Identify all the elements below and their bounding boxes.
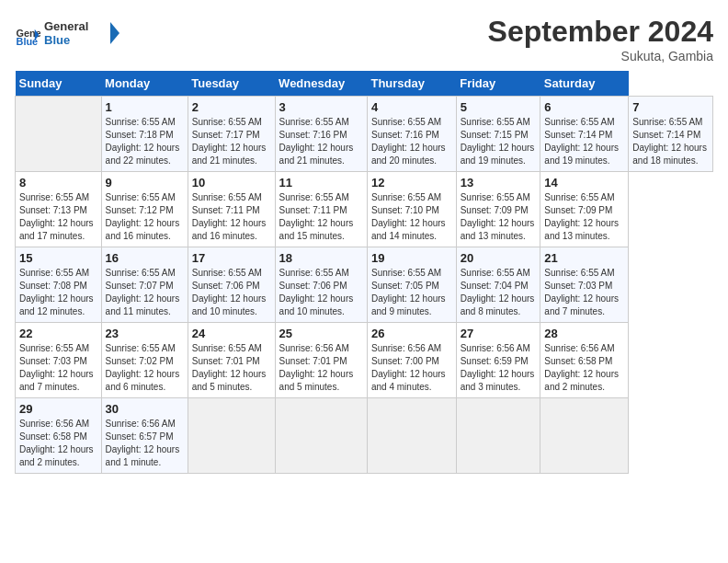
day-detail: Sunrise: 6:56 AM Sunset: 6:58 PM Dayligh… [544,342,624,394]
day-cell: 7Sunrise: 6:55 AM Sunset: 7:14 PM Daylig… [629,97,713,172]
day-cell: 18Sunrise: 6:55 AM Sunset: 7:06 PM Dayli… [275,247,367,323]
day-number: 5 [461,100,537,114]
day-detail: Sunrise: 6:55 AM Sunset: 7:02 PM Dayligh… [106,342,184,394]
col-header-saturday: Saturday [540,71,629,97]
week-row-1: 1Sunrise: 6:55 AM Sunset: 7:18 PM Daylig… [16,97,713,172]
day-number: 20 [461,251,537,265]
day-cell: 21Sunrise: 6:55 AM Sunset: 7:03 PM Dayli… [540,247,629,323]
day-number: 2 [192,100,271,114]
day-detail: Sunrise: 6:55 AM Sunset: 7:14 PM Dayligh… [632,116,709,167]
day-cell: 24Sunrise: 6:55 AM Sunset: 7:01 PM Dayli… [188,323,275,398]
day-detail: Sunrise: 6:56 AM Sunset: 6:59 PM Dayligh… [461,342,537,394]
day-cell: 6Sunrise: 6:55 AM Sunset: 7:14 PM Daylig… [540,97,629,172]
day-detail: Sunrise: 6:55 AM Sunset: 7:01 PM Dayligh… [192,342,271,394]
location: Sukuta, Gambia [488,49,713,63]
day-detail: Sunrise: 6:55 AM Sunset: 7:06 PM Dayligh… [192,267,271,318]
day-number: 28 [544,327,624,340]
header: General Blue General Blue September 2024… [15,15,713,63]
day-number: 21 [544,251,624,265]
day-cell [188,398,275,474]
col-header-friday: Friday [456,71,540,97]
day-cell: 20Sunrise: 6:55 AM Sunset: 7:04 PM Dayli… [456,247,540,323]
week-row-3: 15Sunrise: 6:55 AM Sunset: 7:08 PM Dayli… [16,247,713,323]
col-header-sunday: Sunday [16,71,102,97]
day-cell: 14Sunrise: 6:55 AM Sunset: 7:09 PM Dayli… [540,172,629,247]
svg-text:Blue: Blue [17,36,39,47]
day-cell: 11Sunrise: 6:55 AM Sunset: 7:11 PM Dayli… [275,172,367,247]
day-number: 25 [279,327,363,340]
day-detail: Sunrise: 6:55 AM Sunset: 7:06 PM Dayligh… [279,267,363,318]
day-detail: Sunrise: 6:56 AM Sunset: 6:57 PM Dayligh… [106,418,184,469]
day-cell: 10Sunrise: 6:55 AM Sunset: 7:11 PM Dayli… [188,172,275,247]
day-cell [456,398,540,474]
day-cell: 4Sunrise: 6:55 AM Sunset: 7:16 PM Daylig… [367,97,456,172]
day-number: 8 [19,176,97,190]
day-detail: Sunrise: 6:55 AM Sunset: 7:10 PM Dayligh… [371,191,452,243]
day-cell: 25Sunrise: 6:56 AM Sunset: 7:01 PM Dayli… [275,323,367,398]
day-detail: Sunrise: 6:55 AM Sunset: 7:07 PM Dayligh… [106,267,184,318]
day-detail: Sunrise: 6:55 AM Sunset: 7:11 PM Dayligh… [279,191,363,243]
day-cell [367,398,456,474]
day-number: 11 [279,176,363,190]
day-cell: 9Sunrise: 6:55 AM Sunset: 7:12 PM Daylig… [101,172,188,247]
day-cell: 23Sunrise: 6:55 AM Sunset: 7:02 PM Dayli… [101,323,188,398]
day-number: 29 [19,402,97,416]
day-number: 26 [371,327,452,340]
svg-text:Blue: Blue [44,33,70,47]
day-cell: 27Sunrise: 6:56 AM Sunset: 6:59 PM Dayli… [456,323,540,398]
day-number: 9 [106,176,184,190]
day-number: 24 [192,327,271,340]
day-detail: Sunrise: 6:55 AM Sunset: 7:03 PM Dayligh… [19,342,97,394]
day-detail: Sunrise: 6:55 AM Sunset: 7:05 PM Dayligh… [371,267,452,318]
day-number: 16 [106,251,184,265]
title-area: September 2024 Sukuta, Gambia [488,15,713,63]
day-detail: Sunrise: 6:55 AM Sunset: 7:09 PM Dayligh… [544,191,624,243]
day-number: 15 [19,251,97,265]
day-detail: Sunrise: 6:55 AM Sunset: 7:16 PM Dayligh… [371,116,452,167]
day-detail: Sunrise: 6:56 AM Sunset: 6:58 PM Dayligh… [19,418,97,469]
day-detail: Sunrise: 6:55 AM Sunset: 7:14 PM Dayligh… [544,116,624,167]
day-cell: 3Sunrise: 6:55 AM Sunset: 7:16 PM Daylig… [275,97,367,172]
day-cell: 13Sunrise: 6:55 AM Sunset: 7:09 PM Dayli… [456,172,540,247]
logo: General Blue General Blue [15,15,127,55]
logo-icon: General Blue [15,22,40,48]
calendar-table: SundayMondayTuesdayWednesdayThursdayFrid… [15,71,713,474]
day-cell: 26Sunrise: 6:56 AM Sunset: 7:00 PM Dayli… [367,323,456,398]
day-number: 23 [106,327,184,340]
day-cell [540,398,629,474]
day-detail: Sunrise: 6:55 AM Sunset: 7:13 PM Dayligh… [19,191,97,243]
day-detail: Sunrise: 6:55 AM Sunset: 7:15 PM Dayligh… [461,116,537,167]
day-number: 10 [192,176,271,190]
day-number: 13 [461,176,537,190]
day-cell: 16Sunrise: 6:55 AM Sunset: 7:07 PM Dayli… [101,247,188,323]
day-cell: 2Sunrise: 6:55 AM Sunset: 7:17 PM Daylig… [188,97,275,172]
day-cell: 1Sunrise: 6:55 AM Sunset: 7:18 PM Daylig… [101,97,188,172]
day-detail: Sunrise: 6:55 AM Sunset: 7:11 PM Dayligh… [192,191,271,243]
day-detail: Sunrise: 6:55 AM Sunset: 7:08 PM Dayligh… [19,267,97,318]
day-cell [16,97,102,172]
col-header-thursday: Thursday [367,71,456,97]
week-row-5: 29Sunrise: 6:56 AM Sunset: 6:58 PM Dayli… [16,398,713,474]
header-row: SundayMondayTuesdayWednesdayThursdayFrid… [16,71,713,97]
day-detail: Sunrise: 6:55 AM Sunset: 7:18 PM Dayligh… [106,116,184,167]
week-row-4: 22Sunrise: 6:55 AM Sunset: 7:03 PM Dayli… [16,323,713,398]
day-cell: 29Sunrise: 6:56 AM Sunset: 6:58 PM Dayli… [16,398,102,474]
day-cell: 8Sunrise: 6:55 AM Sunset: 7:13 PM Daylig… [16,172,102,247]
day-cell: 17Sunrise: 6:55 AM Sunset: 7:06 PM Dayli… [188,247,275,323]
day-number: 6 [544,100,624,114]
day-number: 3 [279,100,363,114]
col-header-monday: Monday [101,71,188,97]
day-cell [275,398,367,474]
svg-marker-5 [110,22,119,44]
day-cell: 22Sunrise: 6:55 AM Sunset: 7:03 PM Dayli… [16,323,102,398]
day-cell: 12Sunrise: 6:55 AM Sunset: 7:10 PM Dayli… [367,172,456,247]
day-detail: Sunrise: 6:56 AM Sunset: 7:00 PM Dayligh… [371,342,452,394]
day-detail: Sunrise: 6:55 AM Sunset: 7:16 PM Dayligh… [279,116,363,167]
day-detail: Sunrise: 6:55 AM Sunset: 7:03 PM Dayligh… [544,267,624,318]
day-detail: Sunrise: 6:55 AM Sunset: 7:17 PM Dayligh… [192,116,271,167]
day-number: 17 [192,251,271,265]
day-cell: 5Sunrise: 6:55 AM Sunset: 7:15 PM Daylig… [456,97,540,172]
week-row-2: 8Sunrise: 6:55 AM Sunset: 7:13 PM Daylig… [16,172,713,247]
day-detail: Sunrise: 6:55 AM Sunset: 7:09 PM Dayligh… [461,191,537,243]
day-detail: Sunrise: 6:55 AM Sunset: 7:04 PM Dayligh… [461,267,537,318]
